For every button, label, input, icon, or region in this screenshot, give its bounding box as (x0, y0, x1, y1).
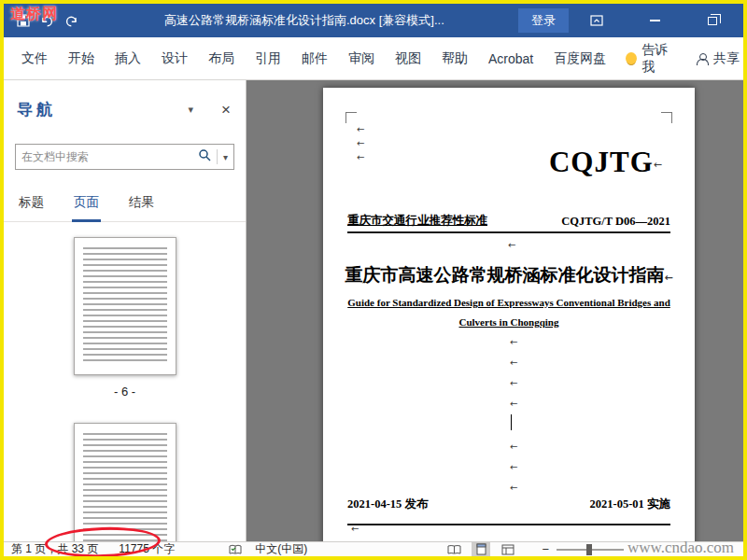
line-break-mark: ← (508, 241, 515, 250)
line-break-mark: ← (654, 159, 663, 171)
document-subtitle-en-line1: Guide for Standardized Design of Express… (323, 297, 695, 308)
print-layout-icon[interactable] (472, 542, 490, 556)
thumbnail-text-lines (83, 433, 167, 541)
text-cursor (511, 414, 512, 430)
line-break-mark: ← (510, 399, 517, 409)
document-page[interactable]: ← ← ← CQJTG← 重庆市交通行业推荐性标准 CQJTG/T D06—20… (323, 88, 695, 541)
page-thumbnail[interactable] (74, 423, 176, 541)
web-layout-icon[interactable] (499, 542, 517, 556)
save-icon[interactable] (17, 14, 30, 27)
standard-org: 重庆市交通行业推荐性标准 (347, 213, 487, 229)
word-window: 高速公路常规桥涵标准化设计指南.docx [兼容模式]... 登录 文件 开始 … (0, 0, 747, 560)
line-break-mark: ← (510, 338, 517, 347)
tab-baidu-netdisk[interactable]: 百度网盘 (543, 37, 616, 79)
tab-review[interactable]: 审阅 (338, 37, 385, 79)
ribbon-display-options-icon[interactable] (581, 4, 613, 37)
view-switcher (444, 542, 517, 556)
line-break-mark: ← (664, 272, 672, 284)
tab-help[interactable]: 帮助 (431, 37, 478, 79)
window-title: 高速公路常规桥涵标准化设计指南.docx [兼容模式]... (164, 4, 444, 37)
issue-date: 2021-04-15 发布 (347, 497, 428, 512)
line-break-mark: ← (510, 442, 517, 452)
person-icon (697, 53, 708, 64)
restore-button[interactable] (697, 4, 728, 37)
search-input[interactable] (21, 150, 192, 163)
proofing-icon[interactable] (229, 544, 242, 555)
tab-file[interactable]: 文件 (11, 37, 58, 79)
line-break-mark: ← (351, 525, 359, 534)
margin-crop-mark (345, 112, 357, 123)
document-title: 重庆市高速公路常规桥涵标准化设计指南← (323, 263, 695, 287)
line-break-mark: ← (510, 379, 517, 388)
thumbnail-page-number: - 6 - (114, 385, 135, 399)
tell-me-button[interactable]: 告诉我 (616, 37, 687, 79)
chevron-down-icon[interactable]: ▾ (189, 104, 194, 116)
search-box: ▾ (15, 144, 234, 170)
line-break-mark: ← (510, 463, 517, 472)
nav-tab-pages[interactable]: 页面 (72, 189, 101, 222)
navigation-title: 导航 (17, 99, 56, 120)
quick-access-toolbar (17, 14, 78, 27)
thumbnail-text-lines (83, 247, 167, 365)
redo-icon[interactable] (64, 15, 78, 27)
status-bar: 第 1 页，共 33 页 11775 个字 中文(中国) − (4, 541, 743, 556)
word-count[interactable]: 11775 个字 (119, 541, 175, 557)
tab-design[interactable]: 设计 (151, 37, 198, 79)
search-icon[interactable] (198, 148, 211, 165)
share-button[interactable]: 共享 (687, 37, 743, 79)
zoom-slider-thumb[interactable] (586, 544, 592, 555)
titlebar: 高速公路常规桥涵标准化设计指南.docx [兼容模式]... 登录 (4, 4, 743, 37)
divider (217, 149, 218, 164)
document-subtitle-en-line2: Culverts in Chongqing (323, 316, 695, 328)
line-break-mark: ← (357, 139, 364, 148)
line-break-mark: ← (510, 358, 517, 368)
navigation-pane: 导航 ▾ × ▾ 标题 页面 结果 - 6 - (4, 80, 247, 541)
standard-code: CQJTG/T D06—2021 (561, 215, 670, 229)
page-thumbnail-list: - 6 - (4, 222, 246, 541)
date-row: 2021-04-15 发布 2021-05-01 实施 (347, 497, 670, 525)
zoom-out-button[interactable]: − (542, 542, 549, 556)
read-mode-icon[interactable] (444, 542, 463, 556)
line-break-mark: ← (357, 153, 364, 162)
standard-header-row: 重庆市交通行业推荐性标准 CQJTG/T D06—2021 (347, 213, 670, 233)
share-label: 共享 (713, 50, 740, 67)
margin-crop-mark (661, 112, 672, 123)
tab-references[interactable]: 引用 (245, 37, 291, 79)
search-dropdown-chevron-icon[interactable]: ▾ (223, 152, 228, 162)
navigation-header: 导航 ▾ × (4, 80, 246, 123)
tab-acrobat[interactable]: Acrobat (478, 37, 543, 79)
login-button[interactable]: 登录 (518, 8, 569, 33)
nav-tab-results[interactable]: 结果 (127, 189, 156, 221)
tab-mailings[interactable]: 邮件 (291, 37, 338, 79)
page-thumbnail[interactable] (74, 237, 176, 375)
line-break-mark: ← (357, 125, 364, 134)
close-icon[interactable]: × (221, 102, 231, 118)
minimize-button[interactable] (639, 4, 670, 37)
standard-logo: CQJTG← (549, 146, 663, 179)
document-canvas: ← ← ← CQJTG← 重庆市交通行业推荐性标准 CQJTG/T D06—20… (247, 80, 743, 541)
tab-insert[interactable]: 插入 (105, 37, 151, 79)
tab-home[interactable]: 开始 (58, 37, 105, 79)
implement-date: 2021-05-01 实施 (590, 497, 670, 512)
login-label: 登录 (531, 12, 556, 29)
nav-tab-headings[interactable]: 标题 (17, 189, 46, 221)
undo-icon[interactable] (40, 15, 54, 27)
navigation-tabs: 标题 页面 结果 (4, 189, 246, 222)
tab-view[interactable]: 视图 (385, 37, 431, 79)
ribbon-tab-bar: 文件 开始 插入 设计 布局 引用 邮件 审阅 视图 帮助 Acrobat 百度… (4, 37, 743, 80)
zoom-slider[interactable] (557, 549, 624, 551)
lightbulb-icon (626, 52, 637, 64)
tab-layout[interactable]: 布局 (198, 37, 245, 79)
line-break-mark: ← (510, 483, 517, 493)
language-indicator[interactable]: 中文(中国) (255, 541, 307, 557)
tell-me-label: 告诉我 (641, 42, 678, 76)
page-indicator[interactable]: 第 1 页，共 33 页 (11, 541, 98, 557)
zoom-control: − (542, 542, 624, 556)
